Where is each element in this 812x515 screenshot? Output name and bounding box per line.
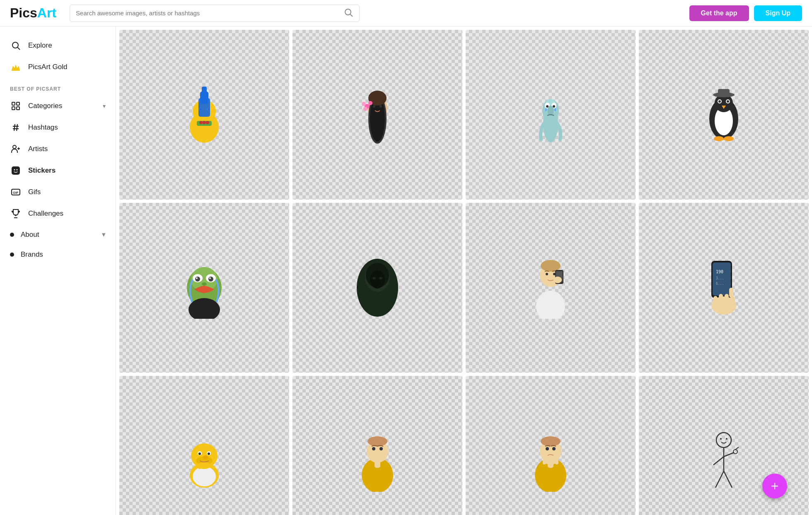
svg-rect-6 [17, 102, 19, 105]
svg-line-12 [17, 124, 17, 131]
sticker-card[interactable] [466, 376, 636, 515]
gif-icon: GIF [10, 186, 22, 198]
svg-rect-35 [202, 87, 207, 95]
sidebar-item-brands[interactable]: Brands [0, 245, 116, 265]
sticker-card[interactable] [466, 30, 636, 200]
sticker-card[interactable] [119, 30, 289, 200]
sticker-icon [10, 165, 22, 176]
svg-point-74 [196, 277, 198, 279]
search-icon [10, 40, 22, 51]
svg-point-66 [714, 136, 724, 141]
sidebar-item-gold[interactable]: PicsArt Gold [0, 56, 116, 78]
svg-rect-100 [725, 294, 729, 307]
svg-point-130 [552, 447, 556, 450]
sticker-card[interactable]: 190 3... 6... [639, 203, 809, 373]
sidebar-section-title: BEST OF PICSART [0, 78, 116, 95]
svg-point-2 [12, 42, 18, 48]
main-header: PicsArt Get the app Sign Up [0, 0, 812, 26]
svg-rect-101 [730, 296, 735, 308]
sidebar-item-explore[interactable]: Explore [0, 35, 116, 56]
svg-point-44 [368, 101, 372, 105]
sidebar-item-stickers[interactable]: Stickers [0, 160, 116, 181]
sidebar-item-hashtags[interactable]: Hashtags [0, 117, 116, 138]
svg-point-104 [193, 467, 216, 486]
svg-rect-135 [555, 458, 558, 464]
svg-point-39 [373, 105, 375, 108]
logo-pics: Pics [10, 5, 37, 20]
sidebar-item-label: PicsArt Gold [28, 63, 67, 71]
svg-point-83 [379, 277, 382, 279]
search-input[interactable] [76, 10, 340, 17]
sidebar-item-artists[interactable]: Artists [0, 138, 116, 160]
sidebar-item-about[interactable]: About ▾ [0, 224, 116, 245]
fab-icon: + [771, 479, 779, 494]
svg-point-72 [195, 277, 200, 282]
svg-point-55 [547, 106, 554, 116]
hash-icon [10, 122, 22, 133]
svg-point-109 [198, 452, 201, 455]
svg-line-145 [724, 471, 732, 488]
search-icon [343, 7, 353, 19]
crown-icon [10, 61, 22, 73]
trophy-icon [10, 208, 22, 219]
svg-point-40 [379, 105, 382, 108]
sticker-card[interactable] [466, 203, 636, 373]
svg-point-138 [726, 438, 727, 440]
svg-rect-8 [17, 107, 19, 110]
svg-rect-65 [718, 89, 730, 96]
svg-point-43 [362, 102, 366, 106]
svg-rect-133 [547, 457, 550, 464]
sticker-card[interactable] [292, 203, 462, 373]
logo-art: Art [37, 5, 56, 20]
svg-rect-123 [378, 454, 381, 460]
dot-icon [10, 233, 14, 237]
sticker-card[interactable] [119, 376, 289, 515]
svg-line-144 [715, 471, 724, 488]
svg-point-81 [370, 270, 385, 289]
svg-point-13 [13, 145, 16, 149]
sticker-image [466, 30, 636, 200]
svg-line-3 [18, 48, 20, 50]
sidebar-item-gifs[interactable]: GIF Gifs [0, 181, 116, 203]
svg-rect-113 [198, 463, 201, 469]
svg-point-76 [202, 282, 207, 286]
sticker-image [292, 203, 462, 373]
sidebar-item-challenges[interactable]: Challenges [0, 203, 116, 224]
sticker-card[interactable] [292, 376, 462, 515]
sidebar-item-categories[interactable]: Categories ▾ [0, 95, 116, 117]
svg-point-54 [554, 108, 556, 111]
svg-point-142 [733, 450, 737, 454]
svg-text:6...: 6... [716, 282, 724, 286]
svg-rect-7 [12, 107, 15, 110]
svg-text:GIF: GIF [13, 191, 18, 195]
header-actions: Get the app Sign Up [689, 5, 802, 21]
svg-rect-121 [370, 455, 373, 460]
svg-point-119 [379, 447, 383, 450]
sticker-card[interactable] [292, 30, 462, 200]
sticker-image [119, 376, 289, 515]
svg-point-86 [541, 260, 561, 272]
svg-point-31 [206, 121, 209, 124]
svg-rect-134 [551, 457, 554, 464]
sidebar: Explore PicsArt Gold BEST OF PICSART [0, 26, 116, 515]
svg-text:3...: 3... [716, 277, 724, 280]
fab-button[interactable]: + [762, 474, 787, 498]
sticker-card[interactable] [639, 30, 809, 200]
get-app-button[interactable]: Get the app [689, 5, 749, 21]
svg-point-62 [727, 100, 729, 103]
svg-point-110 [208, 452, 210, 455]
svg-rect-122 [374, 454, 377, 460]
sidebar-item-label: Gifs [28, 188, 41, 196]
logo[interactable]: PicsArt [10, 5, 56, 21]
sticker-card[interactable] [119, 203, 289, 373]
chevron-down-icon: ▾ [102, 230, 106, 239]
svg-point-111 [203, 455, 208, 460]
svg-rect-4 [12, 70, 20, 71]
grid-icon [10, 100, 22, 112]
sign-up-button[interactable]: Sign Up [754, 5, 802, 21]
svg-line-11 [14, 124, 15, 131]
sidebar-item-label: About [21, 231, 39, 239]
page-layout: Explore PicsArt Gold BEST OF PICSART [0, 26, 812, 515]
svg-point-75 [209, 277, 211, 279]
svg-rect-132 [543, 458, 546, 464]
